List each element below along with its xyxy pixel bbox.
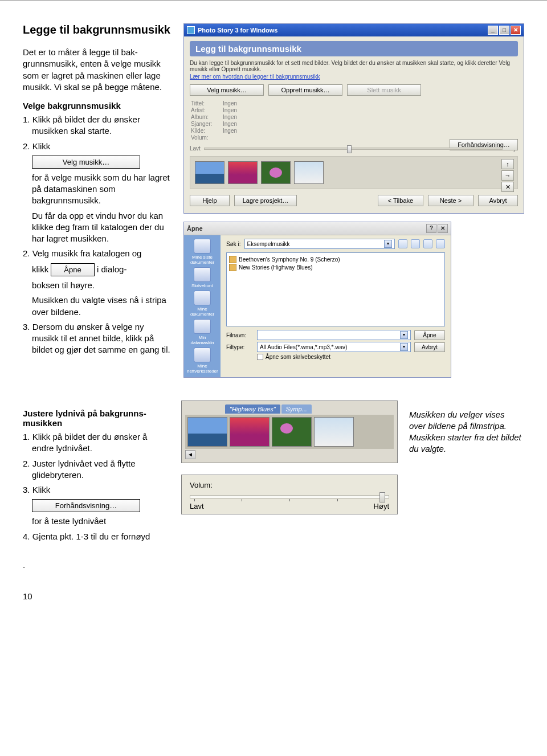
- filetype-label: Filtype:: [226, 344, 254, 350]
- step-1: 1. Klikk på bildet der du ønsker musikke…: [23, 114, 171, 137]
- help-button[interactable]: Hjelp: [190, 195, 230, 206]
- audio-file-icon: [229, 256, 236, 263]
- subheading-velge: Velge bakgrunnsmusikk: [23, 101, 171, 111]
- dialog-help-button[interactable]: ?: [426, 224, 436, 233]
- music-metadata: Tittel:Ingen Artist:Ingen Album:Ingen Sj…: [191, 100, 518, 141]
- volume-slider-large[interactable]: [190, 495, 389, 498]
- volume-thumb[interactable]: [379, 492, 385, 502]
- dropdown-icon: ▾: [384, 240, 392, 248]
- lookin-label: Søk i:: [226, 241, 241, 247]
- open-button[interactable]: Åpne: [414, 330, 445, 340]
- photostory-window: Photo Story 3 for Windows _ □ ✕ Legg til…: [183, 23, 524, 214]
- apne-button[interactable]: Åpne: [51, 263, 94, 277]
- thumb-4[interactable]: [294, 161, 324, 184]
- next-button[interactable]: Neste >: [428, 195, 473, 206]
- lavt-label: Lavt: [190, 145, 201, 152]
- minimize-button[interactable]: _: [488, 26, 498, 35]
- dialog-close-button[interactable]: ✕: [438, 224, 448, 233]
- volume-slider[interactable]: [204, 148, 503, 150]
- j-step-4: 4. Gjenta pkt. 1-3 til du er fornøyd: [23, 531, 171, 542]
- filmstrip-caption: Musikken du velger vises over bildene på…: [409, 409, 523, 455]
- velg-musikk-button[interactable]: Velg musikk…: [32, 156, 140, 169]
- folder-name: Eksempelmusikk: [247, 241, 290, 247]
- velg-musikk-xp-button[interactable]: Velg musikk…: [190, 84, 264, 96]
- window-title: Photo Story 3 for Windows: [198, 27, 277, 34]
- step-2v-d: Musikken du valgte vises nå i stripa ove…: [23, 295, 171, 318]
- readonly-checkbox[interactable]: [257, 354, 263, 360]
- track-symph[interactable]: Symp...: [281, 404, 312, 414]
- remove-button[interactable]: ✕: [501, 182, 514, 192]
- adjust-volume-column: Justere lydnivå på bakgrunns­musikken 1.…: [23, 401, 171, 574]
- volume-box: Volum: Lavt Høyt: [181, 475, 398, 514]
- file-list[interactable]: Beethoven's Symphony No. 9 (Scherzo) New…: [226, 252, 445, 326]
- app-icon: [187, 26, 195, 34]
- file-item-2[interactable]: New Stories (Highway Blues): [229, 264, 442, 271]
- fs-thumb-3[interactable]: [272, 417, 312, 447]
- filmstrip-highlight: "Highway Blues" Symp... ◄: [181, 401, 398, 463]
- open-dialog: Åpne ? ✕ Mine siste dokumenter Skrivebor…: [183, 222, 451, 378]
- j-step-3b: for å teste lydnivået: [23, 516, 171, 527]
- step-2-klikk: 2. Klikk: [23, 141, 171, 152]
- back-button[interactable]: < Tilbake: [378, 195, 423, 206]
- move-up-button[interactable]: ↑: [501, 159, 514, 169]
- save-project-button[interactable]: Lagre prosjekt…: [234, 195, 297, 206]
- thumb-3[interactable]: [261, 161, 291, 184]
- move-right-button[interactable]: →: [501, 170, 514, 181]
- filetype-combo[interactable]: All Audio Files(*.wma,*.mp3,*.wav)▾: [257, 342, 411, 352]
- fs-thumb-4[interactable]: [314, 417, 354, 447]
- place-mydocs[interactable]: Mine dokumenter: [187, 291, 218, 317]
- audio-file-icon: [229, 264, 236, 271]
- instructions-column: Legge til bakgrunnsmusikk Det er to måte…: [23, 23, 171, 378]
- places-bar: Mine siste dokumenter Skrivebord Mine do…: [184, 235, 221, 377]
- thumb-1[interactable]: [195, 161, 224, 184]
- vol-high: Høyt: [374, 502, 389, 510]
- subheading-justere: Justere lydnivå på bakgrunns­musikken: [23, 408, 171, 428]
- panel-desc: Du kan legge til bakgrunnsmusikk for et …: [190, 60, 518, 72]
- forhandsvisning-inline-button[interactable]: Forhåndsvisning…: [32, 499, 140, 512]
- volume-label: Volum:: [190, 481, 389, 489]
- close-button[interactable]: ✕: [511, 26, 521, 35]
- fs-thumb-2[interactable]: [230, 417, 270, 447]
- help-link[interactable]: Lær mer om hvordan du legger til bakgrun…: [190, 73, 518, 80]
- dialog-suffix: i dialog-: [97, 264, 127, 273]
- up-icon[interactable]: [411, 239, 420, 248]
- place-mycomputer[interactable]: Min datamaskin: [187, 319, 218, 345]
- step-2-desc2: Du får da opp et vindu hvor du kan klikk…: [23, 210, 171, 245]
- file-item-1[interactable]: Beethoven's Symphony No. 9 (Scherzo): [229, 256, 442, 263]
- views-icon[interactable]: [436, 239, 445, 248]
- scroll-left-button[interactable]: ◄: [185, 450, 195, 459]
- window-titlebar: Photo Story 3 for Windows _ □ ✕: [184, 24, 524, 36]
- fs-thumb-1[interactable]: [187, 417, 227, 447]
- newfolder-icon[interactable]: [423, 239, 432, 248]
- maximize-button[interactable]: □: [499, 26, 509, 35]
- page-number: 10: [23, 591, 524, 601]
- slett-musikk-button: Slett musikk: [347, 84, 421, 96]
- back-icon[interactable]: [398, 239, 407, 248]
- panel-heading: Legg til bakgrunnsmusikk: [190, 41, 518, 56]
- place-network[interactable]: Mine nettverkssteder: [187, 348, 218, 374]
- j-step-3: 3. Klikk: [23, 484, 171, 496]
- screenshots-column: Photo Story 3 for Windows _ □ ✕ Legg til…: [183, 23, 524, 378]
- step-3: 3. Dersom du ønsker å velge ny musikk ti…: [23, 321, 171, 356]
- dialog-cancel-button[interactable]: Avbryt: [414, 342, 445, 352]
- step-2v-c: boksen til høyre.: [23, 280, 171, 291]
- opprett-musikk-button[interactable]: Opprett musikk…: [268, 84, 342, 96]
- track-highway-blues[interactable]: "Highway Blues": [225, 404, 280, 414]
- j-step-1: 1. Klikk på bildet der du ønsker å endre…: [23, 431, 171, 455]
- heading: Legge til bakgrunnsmusikk: [23, 23, 171, 36]
- place-recent[interactable]: Mine siste dokumenter: [187, 239, 218, 265]
- lookin-combo[interactable]: Eksempelmusikk ▾: [244, 239, 395, 249]
- cancel-button[interactable]: Avbryt: [478, 195, 518, 206]
- place-desktop[interactable]: Skrivebord: [187, 267, 218, 288]
- dialog-titlebar: Åpne ? ✕: [184, 222, 451, 235]
- filename-input[interactable]: ▾: [257, 330, 411, 340]
- thumb-2[interactable]: [228, 161, 258, 184]
- filmstrip: ↑ → ✕: [190, 156, 518, 189]
- vol-low: Lavt: [190, 502, 204, 510]
- readonly-label: Åpne som skrivebeskyttet: [266, 354, 330, 360]
- klikk-label: klikk: [32, 264, 48, 273]
- dialog-title: Åpne: [187, 225, 203, 232]
- trailing-dot: .: [23, 559, 171, 571]
- j-step-2: 2. Juster lydnivået ved å flytte glidebr…: [23, 458, 171, 481]
- intro-text: Det er to måter å legge til bak­grunnsmu…: [23, 47, 171, 93]
